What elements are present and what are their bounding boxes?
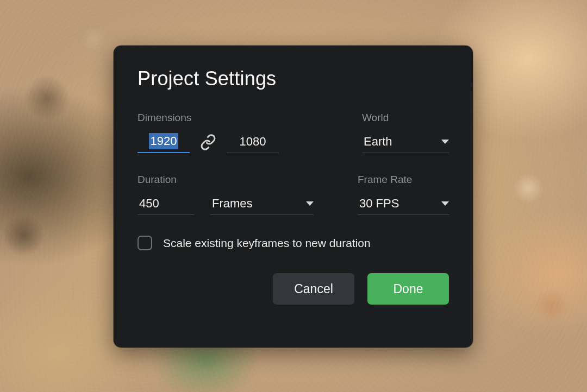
dimensions-label: Dimensions xyxy=(138,112,279,124)
dialog-title: Project Settings xyxy=(138,67,449,90)
scale-keyframes-checkbox[interactable] xyxy=(138,236,152,250)
height-value: 1080 xyxy=(238,134,268,150)
dimensions-group: Dimensions 1920 1080 xyxy=(138,112,279,153)
width-value: 1920 xyxy=(149,133,179,149)
cancel-button[interactable]: Cancel xyxy=(273,273,354,305)
duration-unit-select[interactable]: Frames xyxy=(210,193,314,215)
framerate-value: 30 FPS xyxy=(358,195,401,212)
framerate-select[interactable]: 30 FPS xyxy=(358,193,449,215)
framerate-group: Frame Rate 30 FPS xyxy=(358,174,449,215)
row-duration-fps: Duration 450 Frames Frame Rate 30 FPS xyxy=(138,174,449,215)
world-group: World Earth xyxy=(362,112,449,153)
duration-label: Duration xyxy=(138,174,314,186)
world-value: Earth xyxy=(362,134,394,150)
height-input[interactable]: 1080 xyxy=(227,131,279,153)
done-button[interactable]: Done xyxy=(367,273,449,305)
scale-keyframes-row: Scale existing keyframes to new duration xyxy=(138,236,449,250)
duration-value: 450 xyxy=(138,195,161,212)
duration-group: Duration 450 Frames xyxy=(138,174,314,215)
duration-unit-value: Frames xyxy=(210,195,254,212)
framerate-label: Frame Rate xyxy=(358,174,449,186)
dialog-buttons: Cancel Done xyxy=(138,273,449,305)
chevron-down-icon xyxy=(441,201,449,206)
world-select[interactable]: Earth xyxy=(362,131,449,153)
link-aspect-icon[interactable] xyxy=(199,134,217,151)
project-settings-dialog: Project Settings Dimensions 1920 1080 xyxy=(114,46,473,347)
row-dimensions-world: Dimensions 1920 1080 World Earth xyxy=(138,112,449,153)
duration-input[interactable]: 450 xyxy=(138,193,194,215)
world-label: World xyxy=(362,112,449,124)
width-input[interactable]: 1920 xyxy=(138,131,190,153)
dimensions-fields: 1920 1080 xyxy=(138,131,279,153)
chevron-down-icon xyxy=(306,201,314,206)
scale-keyframes-label: Scale existing keyframes to new duration xyxy=(163,237,371,250)
chevron-down-icon xyxy=(441,140,449,144)
